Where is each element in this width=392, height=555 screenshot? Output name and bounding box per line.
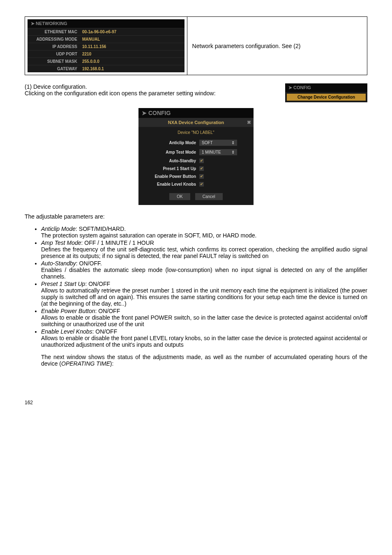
bullet-title: Preset 1 Start Up bbox=[41, 281, 85, 287]
dialog-row-label: Auto-Standby bbox=[143, 159, 199, 163]
closing-post: ): bbox=[110, 360, 114, 367]
bullet-item: Preset 1 Start Up: ON/OFFAllows to autom… bbox=[41, 281, 367, 307]
dialog-row: Enable Level Knobs✔ bbox=[138, 180, 254, 188]
config-small-header-text: CONFIG bbox=[293, 85, 311, 90]
dialog-checkbox[interactable]: ✔ bbox=[199, 182, 204, 187]
dialog-button-row: OK Cancel bbox=[138, 188, 254, 205]
bullet-line: Allows to enable or disable the front pa… bbox=[41, 335, 367, 348]
dialog-select[interactable]: SOFT⇕ bbox=[199, 140, 237, 146]
arrow-icon: ➤ bbox=[142, 110, 148, 116]
dialog-checkbox[interactable]: ✔ bbox=[199, 159, 204, 163]
dialog-checkbox[interactable]: ✔ bbox=[199, 166, 204, 171]
network-params-text: Network parameters configuration. See (2… bbox=[192, 43, 301, 49]
bullet-line: Enables / disables the automatic sleep m… bbox=[41, 267, 367, 280]
close-icon[interactable]: ✖ bbox=[247, 120, 251, 125]
top-info-table: ➤ NETWORKING ETHERNET MAC00-1a-96-00-e6-… bbox=[25, 16, 367, 75]
section-1-text: (1) Device configuration. Clicking on th… bbox=[25, 83, 279, 97]
networking-row-label: ADDRESSING MODE bbox=[28, 36, 80, 43]
bullet-after-title: : SOFT/MID/HARD. bbox=[76, 226, 126, 232]
dialog-row-label: Preset 1 Start Up bbox=[143, 166, 199, 171]
dialog-row-label: Enable Power Button bbox=[143, 174, 199, 179]
dialog-row: Amp Test Mode1 MINUTE⇕ bbox=[138, 147, 254, 157]
bullet-item: Enable Level Knobs: ON/OFFAllows to enab… bbox=[41, 328, 367, 348]
bullet-line: Allows to automatically retrieve the pre… bbox=[41, 287, 367, 307]
dialog-row-label: Amp Test Mode bbox=[143, 150, 199, 154]
networking-row-value: 00-1a-96-00-e6-97 bbox=[80, 28, 119, 35]
networking-row-label: SUBNET MASK bbox=[28, 58, 80, 65]
arrow-icon: ➤ bbox=[288, 85, 293, 90]
closing-em: OPERATING TIME bbox=[61, 360, 110, 367]
dialog-row: Anticlip ModeSOFT⇕ bbox=[138, 138, 254, 147]
bullet-line: Defines the frequency of the unit self-d… bbox=[41, 246, 367, 259]
networking-row-value: 2210 bbox=[80, 51, 94, 58]
dialog-panel-header: ➤ CONFIG bbox=[138, 108, 254, 118]
dialog-select[interactable]: 1 MINUTE⇕ bbox=[199, 149, 237, 155]
dialog-title-text: NXA Device Configuration bbox=[168, 120, 224, 125]
params-intro: The adjustable parameters are: bbox=[25, 213, 367, 220]
networking-row-value: 255.0.0.0 bbox=[80, 58, 102, 65]
page-number: 162 bbox=[25, 400, 367, 405]
bullet-title: Amp Test Mode bbox=[41, 240, 81, 246]
networking-row-label: GATEWAY bbox=[28, 65, 80, 72]
nxa-config-dialog: ➤ CONFIG NXA Device Configuration ✖ Devi… bbox=[138, 108, 254, 205]
networking-header: ➤ NETWORKING bbox=[28, 19, 184, 28]
dialog-row: Enable Power Button✔ bbox=[138, 173, 254, 180]
chevron-updown-icon: ⇕ bbox=[231, 140, 235, 145]
networking-row: SUBNET MASK255.0.0.0 bbox=[28, 58, 184, 65]
config-small-panel: ➤ CONFIG Change Device Configuration bbox=[285, 83, 367, 102]
networking-row-value: 192.168.0.1 bbox=[80, 65, 106, 72]
dialog-row: Preset 1 Start Up✔ bbox=[138, 165, 254, 173]
networking-header-text: NETWORKING bbox=[36, 21, 67, 26]
bullet-title: Enable Power Button bbox=[41, 308, 95, 314]
bullet-after-title: : ON/OFF bbox=[95, 308, 120, 314]
networking-row: ETHERNET MAC00-1a-96-00-e6-97 bbox=[28, 28, 184, 35]
dialog-checkbox[interactable]: ✔ bbox=[199, 174, 204, 179]
cancel-button[interactable]: Cancel bbox=[195, 193, 223, 200]
networking-row-label: IP ADDRESS bbox=[28, 43, 80, 50]
closing-paragraph: The next window shows the status of the … bbox=[41, 354, 367, 367]
bullet-item: Anticlip Mode: SOFT/MID/HARD.The protect… bbox=[41, 226, 367, 239]
bullet-after-title: : OFF / 1 MINUTE / 1 HOUR bbox=[81, 240, 154, 246]
dialog-row-label: Enable Level Knobs bbox=[143, 182, 199, 187]
networking-row: UDP PORT2210 bbox=[28, 50, 184, 58]
networking-panel: ➤ NETWORKING ETHERNET MAC00-1a-96-00-e6-… bbox=[28, 19, 184, 72]
bullet-item: Enable Power Button: ON/OFFAllows to ena… bbox=[41, 308, 367, 327]
device-config-desc: Clicking on the configuration edit icon … bbox=[25, 90, 216, 97]
config-small-header: ➤ CONFIG bbox=[285, 83, 367, 92]
dialog-title-bar: NXA Device Configuration ✖ bbox=[138, 118, 254, 127]
dialog-row: Auto-Standby✔ bbox=[138, 157, 254, 165]
networking-panel-cell: ➤ NETWORKING ETHERNET MAC00-1a-96-00-e6-… bbox=[25, 17, 187, 75]
dialog-row-label: Anticlip Mode bbox=[143, 140, 199, 145]
dialog-header-text: CONFIG bbox=[148, 110, 171, 116]
networking-row-label: ETHERNET MAC bbox=[28, 28, 80, 35]
networking-row-value: 10.11.11.156 bbox=[80, 43, 108, 50]
networking-row-label: UDP PORT bbox=[28, 51, 80, 58]
bullet-after-title: : ON/OFF bbox=[92, 328, 118, 335]
parameter-bullets: Anticlip Mode: SOFT/MID/HARD.The protect… bbox=[25, 226, 367, 348]
dialog-wrap: ➤ CONFIG NXA Device Configuration ✖ Devi… bbox=[25, 108, 367, 205]
bullet-title: Enable Level Knobs bbox=[41, 328, 92, 335]
bullet-after-title: : ON/OFF. bbox=[76, 260, 102, 267]
dialog-subtitle: Device "NO LABEL" bbox=[138, 127, 254, 138]
bullet-line: Allows to enable or disable the front pa… bbox=[41, 314, 367, 327]
device-config-heading: (1) Device configuration. bbox=[25, 83, 87, 90]
top-right-cell: Network parameters configuration. See (2… bbox=[187, 17, 367, 75]
ok-button[interactable]: OK bbox=[169, 193, 190, 200]
bullet-after-title: : ON/OFF bbox=[85, 281, 110, 287]
bullet-title: Auto-Standby bbox=[41, 260, 76, 267]
networking-row: IP ADDRESS10.11.11.156 bbox=[28, 43, 184, 50]
networking-row: ADDRESSING MODEMANUAL bbox=[28, 35, 184, 43]
section-device-config: (1) Device configuration. Clicking on th… bbox=[25, 83, 367, 102]
chevron-updown-icon: ⇕ bbox=[231, 150, 235, 154]
bullet-item: Amp Test Mode: OFF / 1 MINUTE / 1 HOURDe… bbox=[41, 240, 367, 259]
change-device-config-button[interactable]: Change Device Configuration bbox=[287, 94, 366, 101]
bullet-line: The protection system against saturation… bbox=[41, 232, 256, 239]
bullet-item: Auto-Standby: ON/OFF.Enables / disables … bbox=[41, 260, 367, 280]
networking-row-value: MANUAL bbox=[80, 36, 102, 43]
bullet-title: Anticlip Mode bbox=[41, 226, 76, 232]
arrow-icon: ➤ bbox=[31, 21, 36, 26]
networking-row: GATEWAY192.168.0.1 bbox=[28, 65, 184, 72]
